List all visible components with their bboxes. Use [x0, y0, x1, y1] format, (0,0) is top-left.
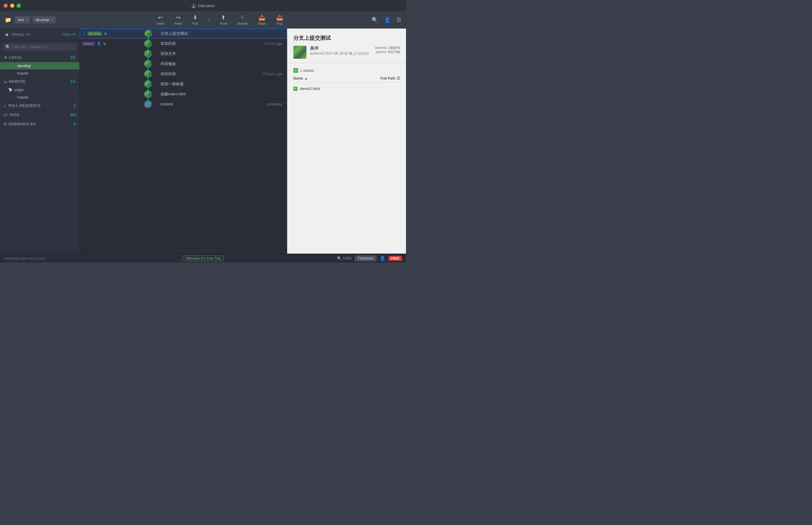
sidebar-item-origin-master[interactable]: ⑂ master	[0, 93, 79, 101]
detail-file-row[interactable]: + demo2.html	[293, 85, 400, 92]
free-badge: FREE	[389, 256, 402, 261]
commit-row[interactable]: 添加文件	[79, 49, 287, 59]
toolbar-right: 🔍 👤 ☰	[370, 15, 403, 24]
redo-label: Redo	[174, 22, 182, 25]
sidebar-item-master[interactable]: ⑂ master	[0, 70, 79, 77]
remote-section-header[interactable]: ☁ REMOTE 1/1	[0, 77, 79, 86]
remote-section: ☁ REMOTE 1/1 📡 origin ⑂ master	[0, 77, 79, 101]
commit-row[interactable]: 添加一级标题	[79, 79, 287, 89]
commit-message: 添加内容	[160, 71, 176, 77]
user-icon: 👤	[379, 255, 386, 261]
local-count: 2/2	[70, 56, 76, 60]
detail-commit-meta: commit: c8b87d parent: b127db	[375, 46, 400, 54]
repo-selector[interactable]: test ▾	[15, 16, 30, 24]
detail-files-header: + 1 added	[293, 68, 400, 73]
branch-name: develop	[36, 17, 49, 22]
detail-author-name: 吴冲	[310, 46, 371, 51]
status-bar-inner: http://blog.csdn.net/mr_wuch GitKraken P…	[4, 255, 402, 261]
commit-message: 添加内容	[160, 41, 176, 46]
submodules-header[interactable]: ⊞ SUBMODULES 0	[0, 120, 79, 129]
submodules-count: 0	[74, 122, 76, 126]
commit-row[interactable]: 内容修改	[79, 59, 287, 69]
commit-message: 分支上提交测试	[161, 31, 188, 36]
menu-icon[interactable]: ☰	[395, 15, 403, 24]
show-all-link[interactable]: Show All	[62, 32, 76, 36]
tag-icon: 🏷	[3, 113, 8, 117]
toolbar-center: ↩ Undo ↪ Redo ⬇ Pull ▾ ⬆ Push ⑂ Branch 📥…	[69, 13, 370, 27]
master-branch-tag: master	[82, 42, 95, 46]
pop-button[interactable]: 📤 Pop	[272, 13, 287, 27]
pull-options-button[interactable]: ▾	[204, 17, 214, 23]
back-icon[interactable]: ◀	[3, 31, 9, 38]
commit-message: 添加文件	[160, 51, 176, 56]
status-right: 🔍 100% Feedback 👤 FREE	[337, 255, 402, 261]
redo-icon: ↪	[176, 14, 180, 21]
maximize-button[interactable]	[17, 3, 21, 8]
submodule-icon: ⊞	[3, 122, 7, 126]
develop-branch-tag: develop	[87, 31, 102, 36]
tags-count: 0/0	[70, 113, 76, 117]
user-avatar-icon[interactable]: 👤	[383, 15, 392, 24]
toolbar-left: 📁 test ▾ develop ▾	[3, 15, 69, 24]
branch-icon: ⑂	[13, 95, 15, 99]
search-icon[interactable]: 🔍	[370, 15, 379, 24]
check-icon: ✓	[8, 63, 12, 68]
tags-section: 🏷 TAGS 0/0	[0, 110, 79, 120]
pull-requests-header[interactable]: ↙ PULL REQUESTS 0	[0, 101, 79, 110]
added-icon: +	[293, 68, 298, 73]
sidebar-filter-input[interactable]	[12, 45, 74, 49]
stash-button[interactable]: 📥 Stash	[253, 13, 270, 27]
app-title: ⚓ GitKraken	[191, 3, 215, 8]
pull-icon: ⬇	[193, 14, 197, 21]
sort-arrow-icon: ▲	[304, 76, 308, 80]
feedback-button[interactable]: Feedback	[355, 255, 377, 261]
push-button[interactable]: ⬆ Push	[216, 13, 231, 27]
pull-button[interactable]: ⬇ Pull	[188, 13, 202, 27]
push-label: Push	[220, 22, 227, 25]
commit-message-col: 添加内容	[157, 41, 264, 46]
close-button[interactable]	[3, 3, 8, 8]
detail-date: 2017-06-18 @ 晚上7点32分	[325, 51, 369, 56]
title-bar: ⚓ GitKraken	[0, 0, 406, 11]
detail-title: 分支上提交测试	[293, 34, 400, 42]
branch-name-develop: develop	[17, 63, 31, 68]
sidebar-item-develop[interactable]: ✓ ⑂ develop	[0, 62, 79, 70]
minimize-button[interactable]	[10, 3, 14, 8]
redo-button[interactable]: ↪ Redo	[170, 13, 186, 27]
submodules-label: SUBMODULES	[9, 122, 36, 126]
undo-button[interactable]: ↩ Undo	[152, 13, 168, 27]
detail-header: 分支上提交测试 吴冲 authored 2017-06-18 @ 晚上7点32分…	[287, 29, 406, 63]
pro-trial-badge[interactable]: GitKraken Pro Free Trial	[183, 256, 223, 261]
branch-button[interactable]: ⑂ Branch	[233, 13, 252, 27]
commit-row[interactable]: 创建index.html	[79, 89, 287, 99]
local-section-header[interactable]: 🖥 LOCAL 2/2	[0, 53, 79, 62]
commit-row[interactable]: 添加内容 12 hours ago	[79, 69, 287, 79]
sidebar-item-origin[interactable]: 📡 origin	[0, 86, 79, 93]
kraken-icon: ⚓	[191, 3, 196, 8]
tags-label: TAGS	[9, 113, 19, 117]
branch-label: Branch	[237, 22, 248, 25]
branch-icon: ⑂	[13, 64, 15, 68]
folder-icon[interactable]: 📁	[3, 15, 13, 24]
viewing-count: 3/3	[25, 32, 30, 36]
detail-panel: 分支上提交测试 吴冲 authored 2017-06-18 @ 晚上7点32分…	[287, 29, 406, 254]
undo-icon: ↩	[158, 14, 163, 21]
file-name: demo2.html	[300, 86, 320, 91]
commit-row[interactable]: master 👤 🖥 添加内容 3 hours ago	[79, 39, 287, 49]
detail-author-meta: authored 2017-06-18 @ 晚上7点32分	[310, 51, 371, 56]
undo-label: Undo	[156, 22, 164, 25]
tags-header[interactable]: 🏷 TAGS 0/0	[0, 110, 79, 119]
pr-icon: ↙	[3, 104, 7, 108]
branch-selector[interactable]: develop ▾	[33, 16, 56, 24]
commit-row[interactable]: commit yesterday	[79, 99, 287, 109]
fullpath-column-header: Full Path ☰	[380, 76, 400, 80]
fullpath-col-label: Full Path	[380, 76, 396, 80]
url-text: http://blog.csdn.net/mr_wuch	[4, 257, 46, 260]
zoom-value: 100%	[343, 256, 352, 260]
detail-files-section: + 1 added Name ▲ Full Path ☰ + demo2.htm…	[287, 63, 406, 97]
commit-label: commit:	[375, 46, 387, 50]
push-icon: ⬆	[221, 14, 226, 21]
pull-chevron-icon: ▾	[208, 18, 209, 22]
commit-message-col: 添加文件	[157, 51, 282, 56]
commit-row[interactable]: ✓ develop 🖥 分支上提交测试	[79, 29, 287, 39]
